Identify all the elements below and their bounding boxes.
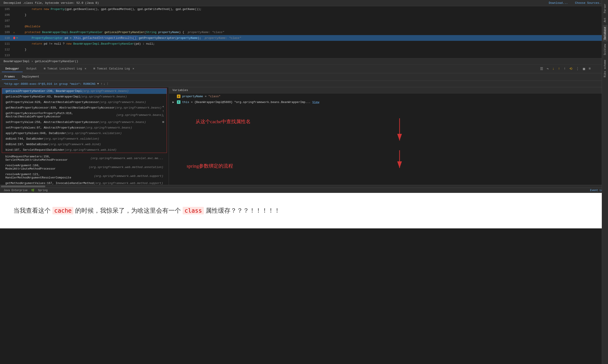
bottom-text-area: 当我查看这个 cache 的时候，我惊呆了，为啥这里会有一个 class 属性缓… bbox=[0, 193, 608, 228]
breadcrumb-method[interactable]: getLocalPropertyHandler() bbox=[35, 60, 78, 63]
code-content-109: protected BeanWrapperImpl.BeanPropertyHa… bbox=[18, 30, 608, 34]
thread-arrow-up[interactable]: ↑ bbox=[101, 82, 102, 86]
toolbar-icons: ☰ ↷ ↓ ↑ ↑ ⟲ ⋮ ▦ ≡ ⊞ bbox=[539, 66, 606, 71]
var-equals-1: = {BeanWrapperImpl@5889} "org.springfram… bbox=[191, 101, 310, 104]
frame-item-2[interactable]: getPropertyValue:620, AbstractNestablePr… bbox=[2, 99, 167, 105]
scrollbar-thumb[interactable] bbox=[1, 185, 45, 187]
sidebar-tab-parser[interactable]: Parser bbox=[603, 2, 608, 15]
code-line-107: 107 bbox=[0, 18, 608, 24]
line-number-106: 106 bbox=[0, 13, 13, 17]
sidebar-tab-ribs[interactable]: Ribs scheme bbox=[603, 58, 608, 79]
frame-item-12[interactable]: resolveArgument:160, ModelAttributeMetho… bbox=[2, 163, 167, 171]
thread-filter[interactable]: ⧙ bbox=[107, 82, 109, 86]
code-content-112: } bbox=[18, 48, 608, 52]
frames-panel: + ↑ ↓ ⊞ getLocalPropertyHandler:230, Bea… bbox=[0, 87, 169, 185]
frame-item-5[interactable]: setPropertyValue:256, AbstractNestablePr… bbox=[2, 119, 167, 125]
code-line-105: 105 return new Property(gpd.getBeanClass… bbox=[0, 6, 608, 12]
code-area: 105 return new Property(gpd.getBeanClass… bbox=[0, 6, 608, 58]
sub-tabs: Frames Deployment bbox=[0, 73, 608, 81]
frame-item-13[interactable]: resolveArgument:121, HandlerMethodArgume… bbox=[2, 171, 167, 181]
sidebar-tab-database[interactable]: Database bbox=[603, 25, 608, 41]
var-view-link[interactable]: View bbox=[312, 101, 319, 104]
scrollbar-horizontal[interactable] bbox=[0, 185, 608, 188]
thread-arrow-down[interactable]: ↓ bbox=[103, 82, 105, 86]
frame-expand-btn[interactable]: + bbox=[162, 105, 164, 108]
debugger-toolbar: Debugger Output ⊞ Tomcat Localhost Log ✕… bbox=[0, 65, 608, 73]
frame-up-btn[interactable]: ↑ bbox=[162, 109, 164, 113]
tab-output[interactable]: Output bbox=[23, 66, 40, 72]
frame-item-0[interactable]: getLocalPropertyHandler:230, BeanWrapper… bbox=[2, 88, 167, 94]
debugger-section: + ↑ ↓ ⊞ getLocalPropertyHandler:230, Bea… bbox=[0, 87, 608, 188]
frame-item-11[interactable]: bindRequestParameters:158, ServletModelA… bbox=[2, 154, 167, 163]
toolbar-icon-menu[interactable]: ☰ bbox=[539, 66, 544, 71]
code-line-109: 109 ⚠ protected BeanWrapperImpl.BeanProp… bbox=[0, 29, 608, 35]
code-line-112: 112 } bbox=[0, 47, 608, 52]
tab-tomcat-localhost[interactable]: ⊞ Tomcat Localhost Log ✕ bbox=[40, 65, 90, 72]
var-name-0: propertyName bbox=[182, 95, 203, 98]
toolbar-icon-more1[interactable]: ⋮ bbox=[575, 66, 580, 71]
frames-boxed-group: getLocalPropertyHandler:230, BeanWrapper… bbox=[2, 88, 167, 153]
code-content-106: } bbox=[18, 13, 608, 17]
var-item-this[interactable]: ▶ t this = {BeanWrapperImpl@5889} "org.s… bbox=[169, 99, 608, 105]
tab-tomcat-catalina[interactable]: ⊞ Tomcat Catalina Log ✕ bbox=[90, 65, 138, 72]
line-number-111: 111 bbox=[0, 42, 13, 46]
breadcrumb-class[interactable]: BeanWrapperImpl bbox=[3, 60, 29, 63]
status-java-enterprise: Java Enterprise bbox=[3, 189, 28, 192]
status-bar: Java Enterprise 🌿 Spring Event Log bbox=[0, 188, 608, 193]
var-type-icon-0: p bbox=[177, 94, 180, 98]
thread-text: *http-apr-8080-exec-9*@3,016 in group *m… bbox=[3, 82, 95, 86]
toolbar-icon-step-out[interactable]: ↑ bbox=[557, 66, 561, 71]
line-number-108: 108 bbox=[0, 25, 13, 28]
variables-panel: Variables p propertyName = "class" ▶ t t… bbox=[169, 87, 608, 185]
code-line-108: 108 @Nullable bbox=[0, 24, 608, 29]
breakpoint-110 bbox=[13, 37, 15, 39]
toolbar-icon-frames[interactable]: ⟲ bbox=[568, 66, 573, 71]
gutter-109: ⚠ bbox=[13, 31, 18, 34]
bottom-class-code: class bbox=[183, 207, 204, 214]
toolbar-icon-frame-view[interactable]: ▦ bbox=[582, 66, 586, 71]
code-content-108: @Nullable bbox=[18, 25, 608, 29]
frame-dd-btn[interactable]: ⊞ bbox=[162, 120, 164, 124]
frame-item-10[interactable]: bind:107, ServletRequestDataBinder (org.… bbox=[2, 147, 167, 153]
frames-controls: + ↑ ↓ ⊞ bbox=[162, 105, 164, 124]
var-equals-0: = bbox=[205, 95, 207, 98]
toolbar-icon-more2[interactable]: ≡ bbox=[588, 66, 592, 71]
var-item-propertyname[interactable]: p propertyName = "class" bbox=[169, 93, 608, 99]
frame-item-7[interactable]: applyPropertyValues:848, DataBinder (org… bbox=[2, 130, 167, 136]
line-number-109: 109 bbox=[0, 31, 13, 34]
close-tomcat-localhost[interactable]: ✕ bbox=[85, 67, 86, 70]
thread-dropdown[interactable]: ▼ bbox=[97, 82, 99, 85]
status-spring-icon: 🌿 bbox=[31, 189, 34, 192]
subtab-frames[interactable]: Frames bbox=[2, 74, 17, 80]
title-bar: Decompiled .class file, bytecode version… bbox=[0, 0, 608, 6]
status-left: Java Enterprise 🌿 Spring bbox=[3, 189, 48, 192]
choose-sources-button[interactable]: Choose Sources... bbox=[575, 1, 605, 5]
thread-arrows: ↑ ↓ bbox=[101, 82, 105, 86]
frame-item-9[interactable]: doBind:197, WebDataBinder (org.springfra… bbox=[2, 142, 167, 147]
sidebar-tab-ant[interactable]: Ant bbox=[603, 16, 608, 24]
subtab-deployment[interactable]: Deployment bbox=[19, 74, 42, 80]
tab-debugger[interactable]: Debugger bbox=[2, 66, 23, 72]
line-number-107: 107 bbox=[0, 19, 13, 22]
toolbar-icon-step-into[interactable]: ↓ bbox=[551, 66, 555, 71]
frame-item-4[interactable]: getPropertyAccessorForPropertyPath:816, … bbox=[2, 111, 167, 119]
frame-item-3[interactable]: getNestedPropertyAccessor:839, AbstractN… bbox=[2, 105, 167, 111]
toolbar-icon-step-over[interactable]: ↷ bbox=[546, 66, 550, 71]
frame-item-6[interactable]: setPropertyValues:97, AbstractPropertyAc… bbox=[2, 125, 167, 130]
frame-item-8[interactable]: doBind:744, DataBinder (org.springframew… bbox=[2, 136, 167, 142]
breadcrumb-separator: › bbox=[31, 60, 33, 63]
var-expand-1[interactable]: ▶ bbox=[172, 100, 175, 104]
toolbar-icon-step-cursor[interactable]: ↑ bbox=[563, 66, 567, 71]
code-line-111: 111 return pd != null ? new BeanWrapperI… bbox=[0, 41, 608, 47]
frame-item-1[interactable]: getLocalPropertyHandler:63, BeanWrapperI… bbox=[2, 94, 167, 99]
close-tomcat-catalina[interactable]: ✕ bbox=[132, 67, 134, 70]
bottom-cache-code: cache bbox=[53, 207, 73, 214]
code-line-113: 113 bbox=[0, 52, 608, 58]
frame-down-btn[interactable]: ↓ bbox=[162, 114, 164, 117]
title-actions: Download... Choose Sources... bbox=[549, 1, 605, 5]
sidebar-tab-sciview[interactable]: SciView bbox=[603, 42, 608, 57]
var-type-icon-1: t bbox=[177, 100, 180, 104]
frame-item-14[interactable]: getMethodArgumentValues:167, InvocableHa… bbox=[2, 181, 167, 185]
download-button[interactable]: Download... bbox=[549, 1, 568, 5]
bottom-middle: 的时候，我惊呆了，为啥这里会有一个 bbox=[75, 207, 181, 215]
